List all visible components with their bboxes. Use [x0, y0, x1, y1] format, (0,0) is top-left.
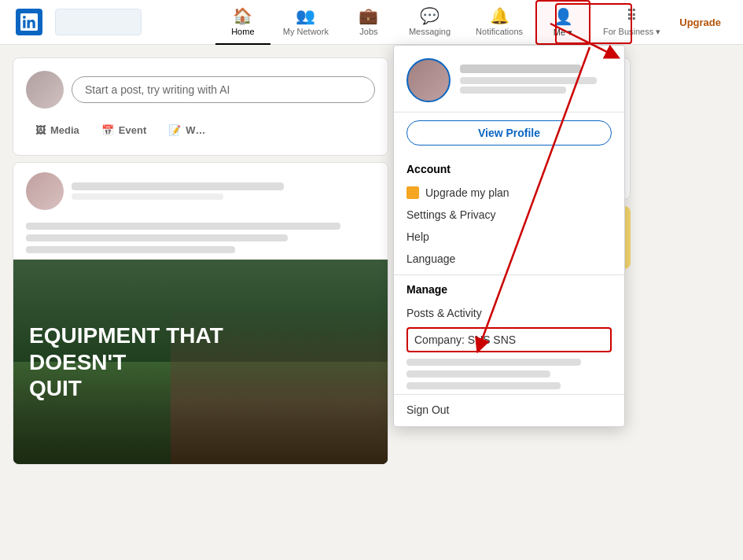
- nav-business-label: For Business ▾: [603, 27, 660, 37]
- feed-card: EQUIPMENT THAT DOESN'T QUIT: [13, 162, 388, 465]
- feed-name-block: [72, 182, 375, 200]
- profile-title-blur-2: [460, 87, 566, 94]
- settings-item[interactable]: Settings & Privacy: [406, 204, 612, 226]
- left-column: Start a post, try writing with AI 🖼 Medi…: [0, 45, 401, 560]
- main-layout: Start a post, try writing with AI 🖼 Medi…: [0, 45, 743, 560]
- event-button[interactable]: 📅 Event: [92, 118, 156, 142]
- write-icon: 📝: [168, 124, 181, 136]
- nav-me-label: Me ▾: [554, 28, 572, 38]
- nav-me[interactable]: 👤 Me ▾: [535, 0, 590, 45]
- me-dropdown: View Profile Account Upgrade my plan Set…: [393, 45, 625, 427]
- posts-activity-item[interactable]: Posts & Activity: [406, 302, 612, 324]
- feed-card-header: [13, 163, 388, 216]
- dropdown-account-section: Account Upgrade my plan Settings & Priva…: [394, 155, 624, 275]
- dropdown-profile-info: [460, 64, 612, 96]
- dropdown-avatar: [406, 58, 451, 102]
- search-input[interactable]: [55, 9, 142, 35]
- jobs-icon: 💼: [359, 6, 378, 25]
- user-avatar: [26, 71, 64, 109]
- upgrade-item[interactable]: Upgrade my plan: [406, 182, 612, 204]
- manage-section-title: Manage: [406, 283, 612, 296]
- feed-sub-blur: [72, 193, 223, 200]
- nav-network-label: My Network: [283, 27, 329, 36]
- profile-title-blur-1: [460, 77, 597, 84]
- feed-image: EQUIPMENT THAT DOESN'T QUIT: [13, 260, 388, 464]
- nav-notifications-label: Notifications: [476, 27, 523, 36]
- media-button[interactable]: 🖼 Media: [26, 118, 89, 142]
- profile-name-blur: [460, 64, 581, 73]
- post-input[interactable]: Start a post, try writing with AI: [72, 76, 375, 103]
- nav-jobs-label: Jobs: [359, 27, 377, 36]
- feed-name-blur: [72, 182, 284, 190]
- nav-home-label: Home: [231, 27, 254, 36]
- manage-blur-1: [406, 359, 581, 366]
- write-button[interactable]: 📝 W…: [159, 118, 215, 142]
- post-box-top: Start a post, try writing with AI: [26, 71, 375, 109]
- media-icon: 🖼: [35, 124, 46, 136]
- post-actions: 🖼 Media 📅 Event 📝 W…: [26, 118, 375, 142]
- company-item[interactable]: Company: SNS SNS: [406, 327, 612, 352]
- nav-my-network[interactable]: 👥 My Network: [270, 0, 341, 45]
- navbar: 🏠 Home 👥 My Network 💼 Jobs 💬 Messaging 🔔…: [0, 0, 743, 45]
- feed-image-text: EQUIPMENT THAT DOESN'T QUIT: [13, 307, 239, 418]
- grid-icon: ⠿: [626, 6, 638, 25]
- notifications-icon: 🔔: [490, 6, 509, 25]
- nav-notifications[interactable]: 🔔 Notifications: [463, 0, 535, 45]
- nav-messaging-label: Messaging: [409, 27, 451, 36]
- upgrade-link[interactable]: Upgrade: [673, 17, 727, 28]
- account-section-title: Account: [406, 163, 612, 175]
- feed-avatar: [26, 172, 64, 210]
- view-profile-button[interactable]: View Profile: [406, 120, 612, 146]
- nav-messaging[interactable]: 💬 Messaging: [396, 0, 463, 45]
- nav-for-business[interactable]: ⠿ For Business ▾: [590, 0, 673, 45]
- dropdown-profile-section: [394, 46, 624, 112]
- help-item[interactable]: Help: [406, 226, 612, 248]
- home-icon: 🏠: [233, 6, 252, 25]
- feed-text-block: [13, 216, 388, 260]
- linkedin-logo: [16, 9, 42, 35]
- language-item[interactable]: Language: [406, 248, 612, 270]
- post-box: Start a post, try writing with AI 🖼 Medi…: [13, 57, 388, 156]
- nav-jobs[interactable]: 💼 Jobs: [341, 0, 396, 45]
- manage-blur-2: [406, 370, 550, 378]
- messaging-icon: 💬: [420, 6, 440, 25]
- nav-home[interactable]: 🏠 Home: [215, 0, 270, 45]
- nav-items: 🏠 Home 👥 My Network 💼 Jobs 💬 Messaging 🔔…: [215, 0, 727, 45]
- upgrade-icon: [406, 186, 419, 199]
- sign-out-button[interactable]: Sign Out: [406, 403, 449, 416]
- event-icon: 📅: [101, 124, 114, 136]
- network-icon: 👥: [296, 6, 315, 25]
- me-icon: 👤: [554, 7, 573, 26]
- dropdown-manage-section: Manage Posts & Activity Company: SNS SNS: [394, 275, 624, 395]
- sign-out-section: Sign Out: [394, 395, 624, 426]
- manage-blur-3: [406, 382, 561, 389]
